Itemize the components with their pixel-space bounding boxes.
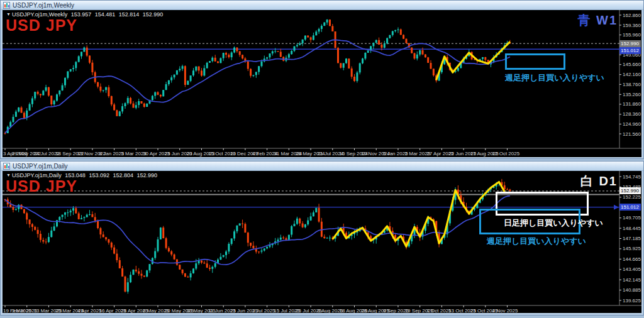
weekly-corner-kanji: 青 [577, 13, 591, 27]
daily-open: 153.048 [65, 172, 86, 178]
weekly-corner-label: 青 W1 [577, 12, 618, 29]
daily-support-price-tag: 151.012 [619, 204, 641, 211]
daily-symbol: USDJPY.oj1m,Daily [12, 172, 62, 178]
y-axis-label: 138.760 [623, 82, 641, 87]
y-axis-label: 148.445 [623, 226, 641, 231]
y-axis-label: 135.260 [623, 92, 641, 97]
y-axis-label: 140.885 [623, 287, 641, 293]
weekly-chart-canvas[interactable]: ▼USDJPY.oj1m,Weekly 153.957 154.481 152.… [3, 10, 641, 157]
daily-ohlc-header: ▼USDJPY.oj1m,Daily 153.048 153.092 152.8… [6, 172, 159, 178]
weekly-titlebar[interactable]: USDJPY.oj1m,Weekly [1, 1, 643, 10]
y-axis-label: 121.560 [623, 131, 641, 137]
daily-chart-window: USDJPY.oj1m,Daily ▼USDJPY.oj1m,Daily 153… [0, 161, 644, 315]
y-axis-label: 154.745 [623, 174, 641, 180]
weekly-annotation-text[interactable]: 週足押し目買い入りやすい [505, 72, 604, 84]
daily-chart-canvas[interactable]: ▼USDJPY.oj1m,Daily 153.048 153.092 152.8… [3, 171, 641, 313]
y-axis-label: 139.625 [623, 298, 641, 304]
daily-high: 153.092 [89, 172, 109, 178]
weekly-high: 154.481 [95, 11, 116, 18]
y-axis-label: 145.925 [623, 246, 641, 251]
y-axis-label: 147.185 [623, 236, 641, 241]
y-axis-label: 159.360 [623, 23, 641, 28]
weekly-watermark-usdjpy: USD JPY [6, 16, 77, 35]
daily-annotation-text-blue[interactable]: 週足押し目買い入りやすい [487, 236, 586, 247]
y-axis-label: 152.225 [623, 194, 641, 200]
daily-low: 152.804 [113, 172, 133, 178]
y-axis-label: 143.405 [623, 266, 641, 272]
y-axis-label: 142.145 [623, 277, 641, 283]
daily-corner-timeframe: D1 [599, 174, 618, 188]
daily-window-title: USDJPY.oj1m,Daily [13, 163, 68, 170]
x-axis-label: 3 Jul 2025 [252, 308, 275, 313]
y-axis-label: 145.660 [623, 62, 641, 67]
daily-annotation-text-white[interactable]: 日足押し目買い入りやすい [504, 217, 603, 229]
chart-icon [3, 2, 10, 9]
daily-close: 152.990 [137, 172, 158, 178]
y-axis-label: 155.960 [623, 32, 641, 38]
weekly-support-price-tag: 151.012 [619, 47, 641, 54]
weekly-corner-timeframe: W1 [596, 13, 618, 27]
weekly-plot[interactable] [3, 10, 641, 157]
weekly-close: 152.990 [143, 11, 164, 18]
daily-corner-label: 白 D1 [580, 173, 618, 190]
x-axis-label: 1 Oct 2025 [426, 308, 451, 313]
x-axis-label: 8 Jan 2023 [99, 151, 125, 156]
weekly-ohlc-header: ▼USDJPY.oj1m,Weekly 153.957 154.481 152.… [6, 11, 165, 18]
weekly-annotation-box[interactable] [505, 53, 565, 70]
weekly-last-price-tag: 152.990 [619, 40, 641, 47]
weekly-window-title: USDJPY.oj1m,Weekly [13, 2, 74, 9]
daily-titlebar[interactable]: USDJPY.oj1m,Daily [1, 162, 643, 171]
x-axis-label: 5 Jan 2025 [383, 151, 408, 156]
x-axis-label: 4 Nov 2025 [492, 308, 518, 313]
y-axis-label: 131.860 [623, 101, 641, 107]
weekly-symbol: USDJPY.oj1m,Weekly [12, 11, 67, 18]
chart-icon [3, 163, 10, 170]
daily-corner-kanji: 白 [580, 174, 594, 188]
y-axis-label: 124.960 [623, 121, 641, 127]
y-axis-label: 162.860 [623, 13, 641, 18]
x-axis-label: 12 Oct 2025 [492, 151, 520, 156]
y-axis-label: 149.705 [623, 215, 641, 221]
y-axis-label: 144.665 [623, 256, 641, 262]
daily-watermark-usdjpy: USD JPY [6, 177, 77, 195]
x-axis-label: 4 Apr 2025 [77, 308, 102, 313]
weekly-chart-window: USDJPY.oj1m,Weekly ▼USDJPY.oj1m,Weekly 1… [0, 0, 644, 159]
symbol-dropdown-icon: ▼ [6, 12, 11, 16]
symbol-dropdown-icon: ▼ [6, 173, 11, 177]
weekly-low: 152.814 [119, 11, 140, 18]
y-axis-label: 128.360 [623, 111, 641, 117]
daily-last-price-tag: 152.990 [619, 187, 641, 194]
y-axis-label: 142.160 [623, 72, 641, 77]
desktop-background-strip [0, 315, 644, 318]
weekly-open: 153.957 [71, 11, 92, 18]
